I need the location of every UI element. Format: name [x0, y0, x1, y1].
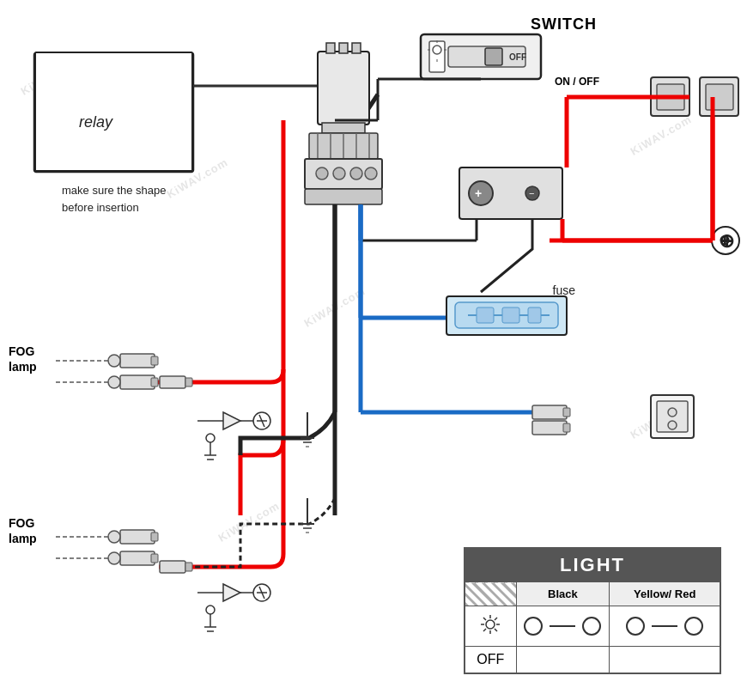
circle-left-2: [626, 617, 645, 636]
legend-col1: Black: [516, 582, 610, 606]
plus-symbol: ⊕: [719, 230, 734, 253]
svg-line-128: [495, 629, 497, 631]
relay-description: make sure the shape before insertion: [62, 182, 166, 216]
svg-rect-87: [305, 189, 382, 204]
svg-point-83: [316, 167, 328, 180]
svg-point-85: [350, 167, 362, 180]
legend-sun-icon: [465, 606, 516, 647]
svg-rect-36: [477, 307, 494, 323]
switch-sublabel: ON / OFF: [555, 76, 599, 88]
circle-right: [582, 617, 601, 636]
svg-point-120: [668, 408, 677, 417]
svg-point-122: [486, 620, 495, 629]
svg-line-127: [483, 618, 486, 620]
legend-col2: Yellow/ Red: [610, 582, 720, 606]
circle-connector-2: [652, 625, 677, 627]
svg-rect-41: [120, 375, 155, 389]
svg-point-84: [333, 167, 345, 180]
svg-rect-14: [326, 43, 335, 53]
svg-rect-56: [563, 408, 570, 417]
svg-rect-39: [120, 354, 155, 368]
legend-on-col2: [610, 606, 720, 647]
svg-rect-38: [528, 307, 541, 323]
svg-rect-15: [339, 43, 348, 53]
legend-table: LIGHT Black Yellow/ Red: [464, 547, 721, 674]
svg-rect-115: [185, 378, 192, 387]
svg-point-91: [108, 376, 120, 388]
circle-right-2: [684, 617, 703, 636]
fog-lamp-label-1: FOG lamp: [9, 344, 37, 374]
svg-point-93: [108, 552, 120, 564]
legend-off-label: OFF: [465, 647, 516, 674]
fuse-label: fuse: [553, 283, 575, 297]
legend-title: LIGHT: [465, 548, 720, 582]
legend-off-col1: [516, 647, 610, 674]
fog-lamp-2-text: FOG lamp: [9, 516, 37, 545]
relay-box: relay make sure the shape before inserti…: [34, 52, 193, 172]
svg-rect-55: [532, 405, 567, 419]
svg-marker-95: [223, 412, 240, 429]
svg-line-129: [495, 618, 497, 620]
svg-line-130: [483, 629, 486, 631]
svg-rect-114: [160, 376, 185, 388]
fog-lamp-label-2: FOG lamp: [9, 515, 37, 546]
svg-marker-105: [223, 584, 240, 601]
svg-point-121: [668, 421, 677, 429]
svg-text:−: −: [529, 188, 534, 198]
svg-rect-26: [485, 48, 502, 65]
svg-point-110: [206, 606, 215, 614]
svg-rect-57: [532, 421, 567, 435]
relay-label: relay: [79, 113, 112, 131]
fog-lamp-1-text: FOG lamp: [9, 344, 37, 374]
svg-rect-53: [120, 551, 155, 565]
svg-rect-13: [318, 52, 369, 125]
svg-rect-52: [151, 533, 158, 541]
svg-rect-117: [185, 563, 192, 571]
svg-point-86: [365, 167, 377, 180]
svg-text:+: +: [475, 186, 482, 200]
svg-rect-51: [120, 530, 155, 544]
svg-point-92: [108, 531, 120, 543]
svg-rect-16: [352, 43, 361, 53]
svg-rect-42: [151, 378, 158, 387]
diagram-container: KiWAV.com KiWAV.com KiWAV.com KiWAV.com …: [0, 0, 747, 700]
svg-text:OFF: OFF: [509, 52, 526, 62]
svg-rect-62: [706, 84, 733, 110]
svg-rect-116: [160, 561, 185, 573]
svg-point-100: [206, 434, 215, 442]
svg-point-90: [108, 355, 120, 367]
switch-label: SWITCH: [531, 15, 597, 33]
legend-hatch-cell: [465, 582, 516, 606]
svg-rect-40: [151, 356, 158, 365]
legend-on-col1: [516, 606, 610, 647]
svg-rect-54: [151, 554, 158, 563]
circle-left: [524, 617, 543, 636]
svg-rect-58: [563, 423, 570, 432]
circle-connector: [550, 625, 575, 627]
legend-off-col2: [610, 647, 720, 674]
svg-rect-17: [322, 123, 365, 133]
svg-rect-37: [502, 307, 519, 323]
